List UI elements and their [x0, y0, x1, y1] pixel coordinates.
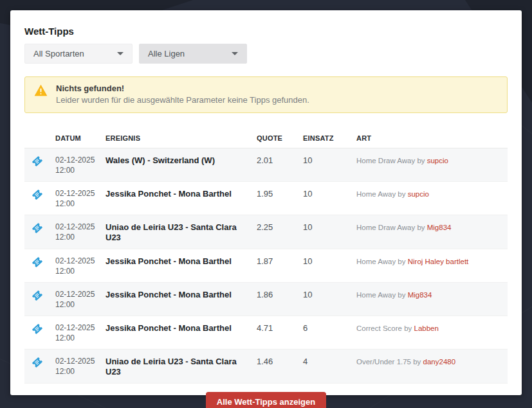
page-title: Wett-Tipps — [24, 26, 508, 37]
alert-text: Nichts gefunden! Leider wurden für die a… — [56, 83, 309, 106]
tip-datetime: 02-12-2025 12:00 — [55, 222, 105, 242]
tip-datetime: 02-12-2025 12:00 — [55, 256, 105, 276]
ticket-icon[interactable] — [32, 290, 43, 301]
tip-event: Jessika Ponchet - Mona Barthel — [105, 323, 257, 333]
table-row: 02-12-2025 12:00 Wales (W) - Switzerland… — [24, 148, 508, 182]
tip-quote: 1.46 — [257, 356, 303, 367]
sport-filter-select[interactable]: All Sportarten — [24, 44, 133, 64]
tip-datetime: 02-12-2025 12:00 — [55, 155, 105, 175]
tip-event: Jessika Ponchet - Mona Barthel — [105, 188, 257, 199]
ticket-icon[interactable] — [32, 222, 43, 234]
table-row: 02-12-2025 12:00 Jessika Ponchet - Mona … — [24, 283, 508, 316]
tip-datetime: 02-12-2025 12:00 — [55, 289, 105, 310]
tip-art: Correct Score by Labben — [356, 323, 508, 333]
tip-art-label: Home Away by — [356, 258, 408, 265]
column-header-ereignis: EREIGNIS — [105, 134, 257, 142]
show-all-tips-button[interactable]: Alle Wett-Tipps anzeigen — [206, 392, 326, 408]
tipster-link[interactable]: Mig834 — [408, 291, 432, 299]
table-row: 02-12-2025 12:00 Jessika Ponchet - Mona … — [24, 316, 508, 350]
tip-einsatz: 6 — [303, 323, 356, 333]
ticket-icon[interactable] — [32, 155, 43, 167]
tip-art-label: Over/Under 1.75 by — [356, 358, 423, 366]
filter-bar: All Sportarten Alle Ligen — [24, 44, 508, 64]
tip-quote: 1.95 — [257, 188, 303, 199]
tip-art: Home Away by Mig834 — [356, 289, 508, 300]
ticket-icon[interactable] — [32, 357, 43, 368]
tip-datetime: 02-12-2025 12:00 — [55, 188, 105, 209]
tip-art: Over/Under 1.75 by dany2480 — [356, 356, 508, 367]
tip-event: Jessika Ponchet - Mona Barthel — [105, 256, 257, 267]
tip-einsatz: 10 — [303, 256, 356, 267]
tip-event: Uniao de Leiria U23 - Santa Clara U23 — [105, 222, 257, 243]
tip-art-label: Correct Score by — [356, 324, 414, 332]
tip-einsatz: 4 — [303, 356, 356, 367]
tip-einsatz: 10 — [303, 289, 356, 300]
tipster-link[interactable]: supcio — [427, 157, 448, 164]
tipster-link[interactable]: supcio — [408, 190, 429, 198]
tip-art-label: Home Away by — [356, 291, 408, 299]
wett-tipps-card: Wett-Tipps All Sportarten Alle Ligen Nic… — [10, 10, 522, 395]
card-footer: Alle Wett-Tipps anzeigen — [24, 392, 508, 408]
tip-art-label: Home Draw Away by — [356, 224, 427, 231]
tipster-link[interactable]: Labben — [414, 324, 438, 332]
league-filter-value: Alle Ligen — [148, 49, 185, 58]
table-row: 02-12-2025 12:00 Uniao de Leiria U23 - S… — [24, 350, 508, 384]
tip-event: Wales (W) - Switzerland (W) — [105, 155, 257, 166]
tip-art-label: Home Away by — [356, 190, 408, 198]
tips-table: DATUM EREIGNIS QUOTE EINSATZ ART 02-12-2… — [24, 130, 508, 384]
table-header-row: DATUM EREIGNIS QUOTE EINSATZ ART — [24, 130, 508, 148]
column-header-art: ART — [356, 134, 508, 142]
table-row: 02-12-2025 12:00 Uniao de Leiria U23 - S… — [24, 215, 508, 249]
warning-triangle-icon — [34, 83, 48, 106]
no-results-alert: Nichts gefunden! Leider wurden für die a… — [24, 76, 508, 113]
table-row: 02-12-2025 12:00 Jessika Ponchet - Mona … — [24, 249, 508, 283]
tip-einsatz: 10 — [303, 155, 356, 166]
tip-datetime: 02-12-2025 12:00 — [55, 323, 105, 343]
ticket-icon[interactable] — [32, 256, 43, 268]
alert-message: Leider wurden für die ausgewählte Parame… — [56, 94, 309, 106]
sport-filter-value: All Sportarten — [33, 49, 84, 58]
tip-art: Home Away by supcio — [356, 188, 508, 199]
caret-down-icon — [117, 52, 124, 55]
tip-art: Home Draw Away by Mig834 — [356, 222, 508, 233]
league-filter-select[interactable]: Alle Ligen — [139, 44, 247, 64]
tip-quote: 4.71 — [257, 323, 303, 333]
tip-datetime: 02-12-2025 12:00 — [55, 356, 105, 377]
table-row: 02-12-2025 12:00 Jessika Ponchet - Mona … — [24, 182, 508, 215]
tipster-link[interactable]: Niroj Haley bartlett — [408, 258, 469, 265]
tip-event: Uniao de Leiria U23 - Santa Clara U23 — [105, 356, 257, 377]
tips-table-body: 02-12-2025 12:00 Wales (W) - Switzerland… — [24, 148, 508, 384]
tip-art: Home Away by Niroj Haley bartlett — [356, 256, 508, 267]
tip-art-label: Home Draw Away by — [356, 157, 427, 164]
tipster-link[interactable]: Mig834 — [427, 224, 452, 231]
tip-quote: 2.25 — [257, 222, 303, 233]
caret-down-icon — [232, 52, 238, 55]
tip-event: Jessika Ponchet - Mona Barthel — [105, 289, 257, 300]
tip-quote: 1.87 — [257, 256, 303, 267]
ticket-icon[interactable] — [32, 189, 43, 200]
tip-quote: 2.01 — [257, 155, 303, 166]
column-header-datum: DATUM — [55, 134, 105, 142]
tip-einsatz: 10 — [303, 222, 356, 233]
tip-einsatz: 10 — [303, 188, 356, 199]
tip-art: Home Draw Away by supcio — [356, 155, 508, 166]
alert-title: Nichts gefunden! — [56, 83, 309, 94]
tipster-link[interactable]: dany2480 — [423, 358, 456, 366]
tip-quote: 1.86 — [257, 289, 303, 300]
column-header-einsatz: EINSATZ — [303, 134, 356, 142]
column-header-quote: QUOTE — [257, 134, 303, 142]
ticket-icon[interactable] — [32, 323, 43, 335]
